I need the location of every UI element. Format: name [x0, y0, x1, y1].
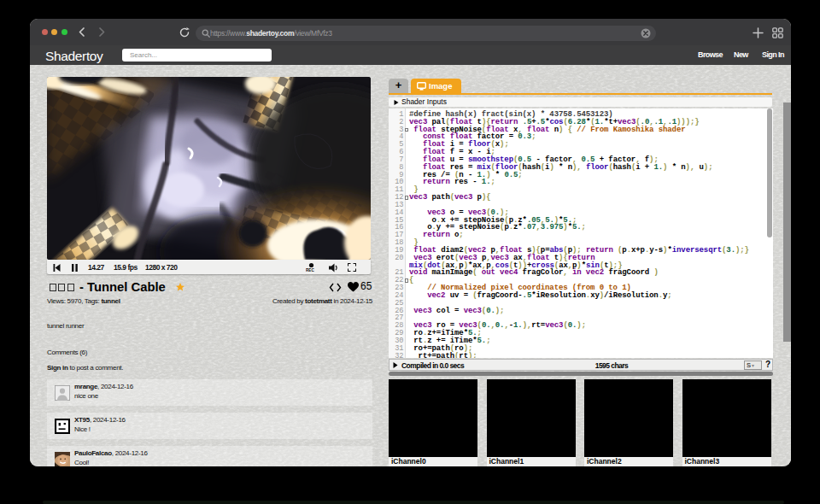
svg-text:REC: REC [306, 268, 314, 273]
